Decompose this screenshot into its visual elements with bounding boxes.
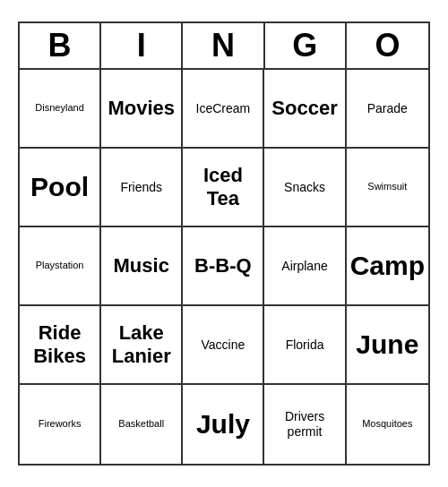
bingo-cell-24: Mosquitoes bbox=[347, 385, 428, 464]
cell-text-18: Florida bbox=[286, 337, 324, 353]
bingo-cell-4: Parade bbox=[347, 70, 428, 149]
bingo-cell-3: Soccer bbox=[264, 70, 346, 149]
cell-text-1: Movies bbox=[108, 97, 175, 120]
bingo-cell-22: July bbox=[183, 385, 264, 464]
bingo-cell-20: Fireworks bbox=[20, 385, 101, 464]
bingo-header: BINGO bbox=[20, 23, 428, 70]
cell-text-12: B-B-Q bbox=[194, 254, 252, 278]
bingo-cell-1: Movies bbox=[101, 70, 183, 149]
header-letter-g: G bbox=[265, 23, 347, 68]
cell-text-8: Snacks bbox=[284, 180, 325, 195]
cell-text-24: Mosquitoes bbox=[362, 418, 412, 430]
cell-text-11: Music bbox=[114, 254, 169, 278]
cell-text-4: Parade bbox=[367, 101, 408, 116]
cell-text-10: Playstation bbox=[36, 260, 84, 271]
bingo-cell-8: Snacks bbox=[264, 149, 346, 227]
bingo-cell-6: Friends bbox=[101, 149, 183, 227]
header-letter-b: B bbox=[20, 23, 101, 68]
bingo-cell-11: Music bbox=[101, 227, 183, 306]
cell-text-0: Disneyland bbox=[35, 102, 83, 114]
cell-text-2: IceCream bbox=[196, 101, 251, 116]
header-letter-n: N bbox=[183, 23, 264, 68]
bingo-cell-14: Camp bbox=[347, 227, 428, 306]
bingo-cell-7: Iced Tea bbox=[183, 149, 264, 227]
cell-text-6: Friends bbox=[120, 180, 162, 195]
cell-text-14: Camp bbox=[350, 250, 425, 282]
cell-text-15: Ride Bikes bbox=[23, 321, 96, 369]
cell-text-7: Iced Tea bbox=[186, 164, 259, 211]
bingo-cell-2: IceCream bbox=[183, 70, 264, 149]
cell-text-9: Swimsuit bbox=[367, 181, 407, 192]
cell-text-5: Pool bbox=[30, 171, 89, 203]
bingo-cell-15: Ride Bikes bbox=[20, 306, 101, 385]
bingo-cell-21: Basketball bbox=[101, 385, 183, 464]
bingo-cell-18: Florida bbox=[264, 306, 346, 385]
bingo-cell-12: B-B-Q bbox=[183, 227, 264, 306]
cell-text-23: Drivers permit bbox=[268, 409, 340, 440]
header-letter-o: O bbox=[347, 23, 428, 68]
cell-text-17: Vaccine bbox=[202, 337, 246, 353]
bingo-cell-16: Lake Lanier bbox=[101, 306, 183, 385]
cell-text-19: June bbox=[356, 329, 418, 361]
cell-text-13: Airplane bbox=[281, 259, 327, 274]
bingo-cell-19: June bbox=[347, 306, 428, 385]
bingo-cell-23: Drivers permit bbox=[264, 385, 346, 464]
cell-text-20: Fireworks bbox=[39, 418, 82, 430]
bingo-cell-13: Airplane bbox=[264, 227, 346, 306]
bingo-cell-17: Vaccine bbox=[183, 306, 264, 385]
bingo-cell-10: Playstation bbox=[20, 227, 101, 306]
bingo-cell-9: Swimsuit bbox=[347, 149, 428, 227]
header-letter-i: I bbox=[101, 23, 183, 68]
bingo-cell-0: Disneyland bbox=[20, 70, 101, 149]
cell-text-21: Basketball bbox=[118, 418, 164, 430]
cell-text-22: July bbox=[196, 408, 250, 440]
cell-text-3: Soccer bbox=[271, 97, 337, 120]
bingo-cell-5: Pool bbox=[20, 149, 101, 227]
cell-text-16: Lake Lanier bbox=[105, 321, 177, 369]
bingo-grid: DisneylandMoviesIceCreamSoccerParadePool… bbox=[20, 70, 428, 464]
bingo-card: BINGO DisneylandMoviesIceCreamSoccerPara… bbox=[18, 21, 430, 466]
